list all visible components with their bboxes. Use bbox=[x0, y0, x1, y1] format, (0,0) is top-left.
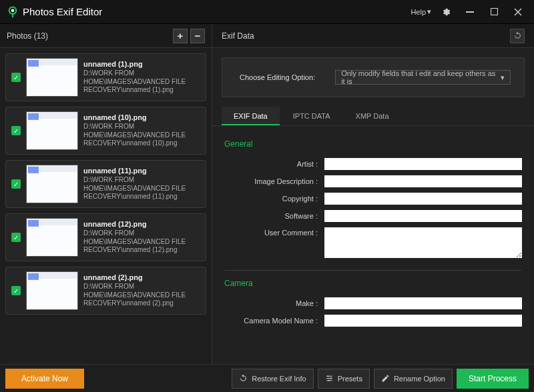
photo-checkbox[interactable]: ✓ bbox=[11, 286, 21, 295]
restore-exif-button[interactable]: Restore Exif Info bbox=[232, 369, 313, 389]
photo-filename: unnamed (12).png bbox=[83, 220, 200, 228]
maximize-icon bbox=[491, 8, 498, 15]
photo-filepath: D:\WORK FROM HOME\IMAGES\ADVANCED FILE R… bbox=[83, 283, 200, 308]
exif-panel-title: Exif Data bbox=[222, 31, 254, 41]
artist-label: Artist : bbox=[224, 160, 324, 168]
restore-exif-label: Restore Exif Info bbox=[252, 375, 306, 383]
section-general-title: General bbox=[224, 139, 522, 149]
sliders-icon bbox=[325, 374, 334, 383]
photo-meta: unnamed (10).pngD:\WORK FROM HOME\IMAGES… bbox=[83, 113, 200, 148]
photo-filename: unnamed (10).png bbox=[83, 113, 200, 121]
svg-point-4 bbox=[327, 375, 328, 377]
editing-option-select[interactable]: Only modify fields that i edit and keep … bbox=[335, 70, 511, 85]
software-label: Software : bbox=[224, 212, 324, 220]
section-divider bbox=[224, 270, 522, 271]
tab-iptc-data[interactable]: IPTC DATA bbox=[281, 107, 342, 125]
photo-meta: unnamed (12).pngD:\WORK FROM HOME\IMAGES… bbox=[83, 220, 200, 255]
maximize-button[interactable] bbox=[485, 3, 503, 21]
photo-item[interactable]: ✓unnamed (2).pngD:\WORK FROM HOME\IMAGES… bbox=[5, 267, 206, 315]
app-logo-wrap: Photos Exif Editor bbox=[7, 6, 102, 18]
photo-checkbox[interactable]: ✓ bbox=[11, 233, 21, 242]
photo-item[interactable]: ✓unnamed (10).pngD:\WORK FROM HOME\IMAGE… bbox=[5, 107, 206, 155]
svg-point-6 bbox=[328, 380, 329, 381]
photos-count-label: Photos (13) bbox=[7, 31, 48, 41]
help-label: Help bbox=[411, 8, 426, 16]
remove-photo-button[interactable]: − bbox=[190, 29, 205, 43]
close-button[interactable] bbox=[509, 3, 527, 21]
section-camera-title: Camera bbox=[224, 279, 522, 288]
minus-icon: − bbox=[195, 30, 201, 41]
tab-xmp-data[interactable]: XMP Data bbox=[344, 107, 401, 125]
svg-point-1 bbox=[11, 9, 15, 12]
presets-button[interactable]: Presets bbox=[318, 369, 370, 389]
app-title: Photos Exif Editor bbox=[23, 6, 102, 17]
photos-panel: Photos (13) + − ✓unnamed (1).pngD:\WORK … bbox=[0, 24, 212, 364]
pencil-icon bbox=[381, 374, 390, 383]
user-comment-input[interactable] bbox=[324, 227, 522, 258]
photo-meta: unnamed (1).pngD:\WORK FROM HOME\IMAGES\… bbox=[83, 60, 200, 95]
svg-point-5 bbox=[330, 377, 331, 379]
photo-checkbox[interactable]: ✓ bbox=[11, 73, 21, 82]
svg-rect-3 bbox=[491, 9, 497, 15]
exif-tabs: EXIF DataIPTC DATAXMP Data bbox=[212, 107, 534, 126]
app-logo-icon bbox=[7, 6, 19, 18]
photo-filename: unnamed (2).png bbox=[83, 273, 200, 281]
plus-icon: + bbox=[178, 30, 184, 41]
photo-thumbnail bbox=[26, 165, 78, 203]
user-comment-label: User Comment : bbox=[224, 227, 324, 237]
camera-model-input[interactable] bbox=[324, 315, 522, 327]
photo-meta: unnamed (2).pngD:\WORK FROM HOME\IMAGES\… bbox=[83, 273, 200, 308]
titlebar: Photos Exif Editor Help ▾ bbox=[0, 0, 534, 24]
footer: Activate Now Restore Exif Info Presets R… bbox=[0, 364, 534, 392]
close-icon bbox=[514, 8, 522, 16]
add-photo-button[interactable]: + bbox=[173, 29, 188, 43]
photo-filepath: D:\WORK FROM HOME\IMAGES\ADVANCED FILE R… bbox=[83, 123, 200, 148]
photo-item[interactable]: ✓unnamed (11).pngD:\WORK FROM HOME\IMAGE… bbox=[5, 160, 206, 208]
image-description-input[interactable] bbox=[324, 175, 522, 187]
editing-option-value: Only modify fields that i edit and keep … bbox=[341, 69, 501, 85]
photo-item[interactable]: ✓unnamed (12).pngD:\WORK FROM HOME\IMAGE… bbox=[5, 213, 206, 261]
copyright-input[interactable] bbox=[324, 193, 522, 205]
settings-button[interactable] bbox=[437, 3, 455, 21]
copyright-label: Copyright : bbox=[224, 195, 324, 203]
rename-label: Rename Option bbox=[394, 375, 445, 383]
photo-thumbnail bbox=[26, 218, 78, 257]
restore-icon bbox=[239, 374, 248, 383]
photo-checkbox[interactable]: ✓ bbox=[11, 179, 21, 189]
editing-option-row: Choose Editing Option: Only modify field… bbox=[222, 57, 525, 97]
photo-filepath: D:\WORK FROM HOME\IMAGES\ADVANCED FILE R… bbox=[83, 176, 200, 201]
tab-exif-data[interactable]: EXIF Data bbox=[222, 107, 280, 125]
exif-panel: Exif Data Choose Editing Option: Only mo… bbox=[212, 24, 534, 364]
photo-filepath: D:\WORK FROM HOME\IMAGES\ADVANCED FILE R… bbox=[83, 69, 200, 95]
photo-thumbnail bbox=[26, 271, 78, 310]
image-description-label: Image Description : bbox=[224, 177, 324, 185]
photo-filepath: D:\WORK FROM HOME\IMAGES\ADVANCED FILE R… bbox=[83, 229, 200, 255]
exif-form: General Artist : Image Description : Cop… bbox=[212, 126, 534, 364]
artist-input[interactable] bbox=[324, 158, 522, 170]
rename-button[interactable]: Rename Option bbox=[374, 369, 453, 389]
photo-filename: unnamed (11).png bbox=[83, 167, 200, 175]
gear-icon bbox=[441, 7, 451, 17]
camera-model-label: Camera Model Name : bbox=[224, 317, 324, 325]
photo-checkbox[interactable]: ✓ bbox=[11, 126, 21, 135]
chevron-down-icon: ▾ bbox=[501, 73, 505, 82]
editing-option-label: Choose Editing Option: bbox=[240, 73, 315, 81]
help-menu[interactable]: Help ▾ bbox=[411, 7, 431, 16]
make-input[interactable] bbox=[324, 297, 522, 309]
start-process-button[interactable]: Start Process bbox=[457, 369, 529, 389]
software-input[interactable] bbox=[324, 210, 522, 222]
minimize-button[interactable] bbox=[461, 3, 479, 21]
photo-item[interactable]: ✓unnamed (1).pngD:\WORK FROM HOME\IMAGES… bbox=[5, 53, 206, 101]
activate-button[interactable]: Activate Now bbox=[5, 369, 84, 389]
minimize-icon bbox=[466, 8, 474, 16]
exif-panel-header: Exif Data bbox=[212, 24, 534, 48]
photo-thumbnail bbox=[26, 58, 78, 97]
make-label: Make : bbox=[224, 299, 324, 307]
photo-thumbnail bbox=[26, 111, 78, 150]
svg-rect-2 bbox=[466, 11, 474, 13]
photo-filename: unnamed (1).png bbox=[83, 60, 200, 68]
photo-meta: unnamed (11).pngD:\WORK FROM HOME\IMAGES… bbox=[83, 167, 200, 201]
refresh-button[interactable] bbox=[510, 29, 525, 43]
presets-label: Presets bbox=[338, 375, 362, 383]
photo-list[interactable]: ✓unnamed (1).pngD:\WORK FROM HOME\IMAGES… bbox=[0, 48, 212, 364]
